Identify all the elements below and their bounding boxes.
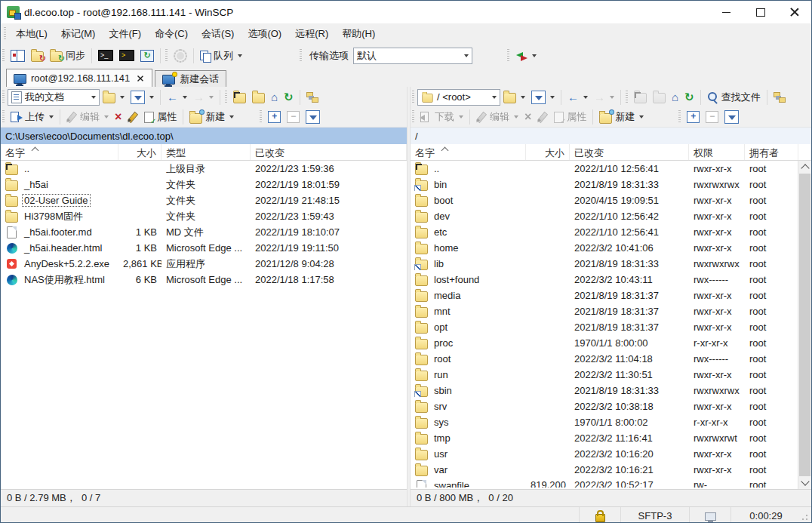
file-row[interactable]: swapfile819,2002022/3/2 10:52:17rw-root [411, 478, 798, 488]
remote-root-directory-button[interactable] [650, 88, 669, 106]
file-row[interactable]: sys1970/1/1 8:00:02r-xr-xr-xroot [411, 414, 798, 430]
remote-back-button[interactable]: ← [564, 90, 591, 105]
file-row[interactable]: tmp2022/3/2 11:16:41rwxrwxrwtroot [411, 430, 798, 446]
local-back-button[interactable]: ← [164, 90, 190, 105]
column-header-rights[interactable]: 权限 [689, 144, 745, 160]
remote-home-button[interactable]: ⌂ [669, 89, 681, 105]
local-select-button[interactable]: + [265, 109, 284, 125]
column-header-type[interactable]: 类型 [161, 144, 251, 160]
file-row[interactable]: opt2021/8/19 18:31:37rwxr-xr-xroot [411, 319, 798, 335]
upload-button[interactable]: 上传 [8, 108, 57, 126]
download-button[interactable]: 下载 [417, 108, 466, 126]
column-header-size[interactable]: 大小 [118, 144, 161, 160]
file-row[interactable]: mnt2021/8/19 18:31:37rwxr-xr-xroot [411, 303, 798, 319]
minimize-button[interactable] [709, 1, 743, 23]
file-row[interactable]: ..2022/1/10 12:56:41rwxr-xr-xroot [411, 161, 798, 177]
statusbar-encryption-cell[interactable] [579, 507, 620, 523]
file-row[interactable]: Hi3798M固件文件夹2022/1/23 1:59:43 [1, 208, 407, 224]
transfer-preset-combo[interactable]: 默认 [353, 48, 472, 64]
menu-item-0[interactable]: 本地(L) [9, 24, 54, 44]
remote-new-button[interactable]: 新建 [596, 108, 647, 126]
file-row[interactable]: sbin2021/8/19 18:31:33rwxrwxrwxroot [411, 383, 798, 398]
local-selection-filter-button[interactable] [303, 108, 323, 126]
resize-grip[interactable] [801, 507, 811, 523]
file-row[interactable]: NAS使用教程.html6 KBMicrosoft Edge ...2022/1… [1, 272, 407, 288]
file-row[interactable]: _h5ai.footer.md1 KBMD 文件2022/1/19 18:10:… [1, 224, 407, 240]
file-row[interactable]: boot2020/4/15 19:09:51rwxr-xr-xroot [411, 192, 798, 208]
local-forward-button[interactable]: → [190, 90, 217, 105]
column-header-changed[interactable]: 已改变 [570, 144, 689, 160]
remote-unselect-button[interactable]: − [703, 109, 721, 125]
local-unselect-button[interactable]: − [284, 109, 303, 125]
vertical-scrollbar[interactable] [798, 161, 811, 489]
file-row[interactable]: lib2021/8/19 18:31:33rwxrwxrwxroot [411, 256, 798, 272]
remote-filter-button[interactable] [528, 88, 558, 106]
statusbar-protocol-cell[interactable]: SFTP-3 [620, 507, 689, 523]
commander-layout-button[interactable] [8, 48, 28, 64]
remote-refresh-button[interactable]: ↻ [681, 89, 697, 105]
transfer-mode-button[interactable] [512, 48, 540, 63]
local-refresh-button[interactable]: ↻ [281, 89, 297, 105]
scroll-up-icon[interactable] [798, 161, 811, 174]
file-row[interactable]: proc1970/1/1 8:00:00r-xr-xr-xroot [411, 335, 798, 351]
local-delete-button[interactable]: × [112, 109, 125, 125]
tab-close-icon[interactable] [137, 75, 143, 81]
local-drive-combo[interactable]: 我的文档 [8, 89, 100, 106]
local-home-button[interactable]: ⌂ [268, 89, 281, 105]
menu-item-1[interactable]: 标记(M) [54, 24, 103, 44]
synchronize-browsing-button[interactable] [28, 47, 47, 64]
remote-tree-button[interactable] [770, 90, 789, 105]
local-path-bar[interactable]: C:\Users\ecoo\Documents\dl.ecoo.top\ [1, 127, 407, 144]
menu-item-5[interactable]: 选项(O) [241, 24, 288, 44]
synchronize-button[interactable]: 同步 [47, 47, 88, 65]
tab-session[interactable]: root@192.168.111.141 [6, 69, 152, 87]
open-putty-button[interactable]: > [116, 48, 137, 63]
local-open-directory-button[interactable] [100, 88, 128, 106]
menu-item-3[interactable]: 命令(C) [148, 24, 195, 44]
local-new-button[interactable]: 新建 [186, 108, 237, 126]
local-parent-directory-button[interactable] [230, 88, 249, 106]
preferences-button[interactable] [171, 47, 190, 65]
remote-open-directory-button[interactable] [500, 88, 528, 106]
file-row[interactable]: dev2022/1/10 12:56:42rwxr-xr-xroot [411, 208, 798, 224]
file-row[interactable]: bin2021/8/19 18:31:33rwxrwxrwxroot [411, 177, 798, 192]
statusbar-connection-cell[interactable] [689, 507, 730, 523]
refresh-session-button[interactable]: ↻ [137, 48, 157, 64]
local-rename-button[interactable] [125, 109, 141, 125]
file-row[interactable]: _h5ai.header.html1 KBMicrosoft Edge ...2… [1, 240, 407, 256]
remote-properties-button[interactable]: 属性 [551, 108, 589, 126]
column-header-size[interactable]: 大小 [526, 144, 570, 160]
remote-drive-combo[interactable]: / <root> [417, 89, 500, 106]
remote-delete-button[interactable]: × [521, 109, 534, 125]
local-filter-button[interactable] [128, 88, 157, 106]
remote-path-bar[interactable]: / [411, 127, 811, 144]
file-row[interactable]: AnyDesk+5.2.2.exe2,861 KB应用程序2021/12/8 9… [1, 256, 407, 272]
find-files-button[interactable]: 查找文件 [704, 88, 764, 106]
local-root-directory-button[interactable] [249, 88, 268, 106]
local-properties-button[interactable]: 属性 [141, 108, 180, 126]
file-row[interactable]: etc2022/1/10 12:56:41rwxr-xr-xroot [411, 224, 798, 240]
remote-select-button[interactable]: + [684, 109, 703, 125]
remote-selection-filter-button[interactable] [721, 108, 742, 126]
menu-item-6[interactable]: 远程(R) [288, 24, 335, 44]
close-button[interactable] [777, 1, 811, 23]
remote-forward-button[interactable]: → [591, 90, 617, 105]
open-terminal-button[interactable]: >_ [95, 48, 116, 63]
local-edit-button[interactable]: 编辑 [63, 108, 112, 126]
menu-item-2[interactable]: 文件(F) [102, 24, 148, 44]
scrollbar-thumb[interactable] [799, 174, 810, 476]
file-row[interactable]: var2022/3/2 10:16:21rwxr-xr-xroot [411, 462, 798, 478]
remote-rename-button[interactable] [534, 109, 551, 125]
file-row[interactable]: _h5ai文件夹2022/1/19 18:01:59 [1, 177, 407, 192]
file-row[interactable]: 02-User Guide文件夹2022/1/19 21:48:15 [1, 192, 407, 208]
file-row[interactable]: root2022/3/2 11:04:18rwx------root [411, 351, 798, 367]
maximize-button[interactable] [743, 1, 777, 23]
file-row[interactable]: ..上级目录2022/1/23 1:59:36 [1, 161, 407, 177]
local-tree-button[interactable] [303, 90, 321, 105]
file-row[interactable]: lost+found2022/3/2 10:43:11rwx------root [411, 272, 798, 288]
file-row[interactable]: media2021/8/19 18:31:37rwxr-xr-xroot [411, 288, 798, 303]
column-header-name[interactable]: 名字 [1, 144, 118, 160]
remote-parent-directory-button[interactable] [631, 88, 650, 106]
menu-item-7[interactable]: 帮助(H) [335, 24, 382, 44]
tab-new-session[interactable]: 新建会话 [155, 70, 226, 87]
